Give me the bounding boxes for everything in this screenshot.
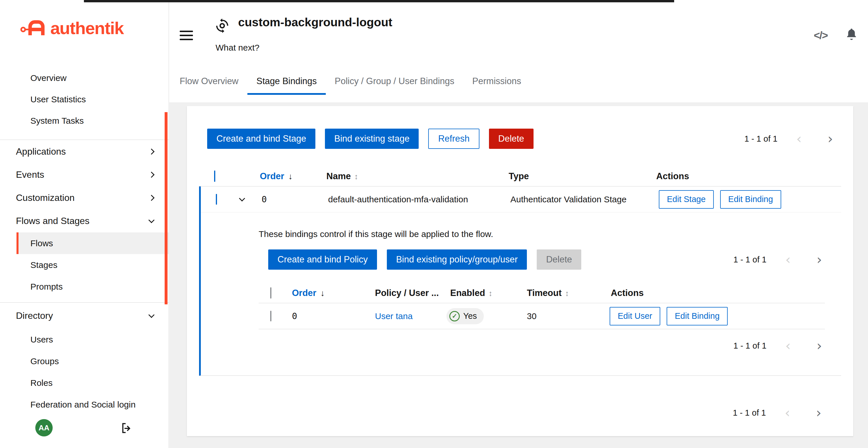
edit-binding-button[interactable]: Edit Binding: [666, 307, 728, 325]
page-header: custom-background-logout What next? </> …: [169, 0, 868, 102]
sidebar-item-groups[interactable]: Groups: [17, 350, 169, 372]
bind-existing-policy-button[interactable]: Bind existing policy/group/user: [387, 249, 527, 270]
avatar[interactable]: AA: [35, 419, 53, 437]
tab-stage-bindings[interactable]: Stage Bindings: [247, 69, 326, 95]
column-header-name[interactable]: Name↕: [319, 171, 501, 181]
pager-range: 1 - 1 of 1: [734, 255, 767, 265]
tab-label: Stage Bindings: [256, 76, 317, 87]
sidebar-item-label: Users: [30, 335, 53, 345]
chevron-right-icon: [148, 195, 155, 201]
tab-bar: Flow Overview Stage Bindings Policy / Gr…: [169, 69, 530, 95]
tab-label: Permissions: [472, 76, 521, 87]
sidebar-item-overview[interactable]: Overview: [0, 67, 169, 89]
delete-button[interactable]: Delete: [489, 129, 533, 149]
tab-policy-group-user-bindings[interactable]: Policy / Group / User Bindings: [326, 69, 464, 95]
sidebar-item-label: Stages: [30, 260, 57, 270]
row-checkbox[interactable]: [270, 311, 271, 321]
sidebar-item-roles[interactable]: Roles: [17, 372, 169, 394]
stage-bindings-card: Create and bind Stage Bind existing stag…: [187, 106, 853, 436]
pager-range: 1 - 1 of 1: [744, 134, 777, 144]
sidebar-item-label: Flows: [30, 238, 53, 248]
sidebar-section-flows-and-stages[interactable]: Flows and Stages: [0, 209, 169, 232]
flow-process-icon: [215, 19, 229, 34]
hamburger-menu-icon[interactable]: [180, 31, 193, 43]
sidebar-item-system-tasks[interactable]: System Tasks: [0, 110, 169, 132]
row-checkbox[interactable]: [216, 194, 217, 205]
row-expander[interactable]: [230, 198, 254, 201]
sidebar-section-label: Customization: [16, 193, 75, 203]
tab-label: Flow Overview: [180, 76, 239, 87]
column-label: Timeout: [527, 288, 562, 298]
api-code-icon[interactable]: </>: [814, 30, 828, 42]
row-actions: Edit Stage Edit Binding: [651, 190, 841, 209]
column-header-enabled[interactable]: Enabled↕: [443, 288, 520, 298]
create-and-bind-policy-button[interactable]: Create and bind Policy: [268, 249, 377, 270]
pager-range: 1 - 1 of 1: [733, 408, 766, 418]
edit-binding-button[interactable]: Edit Binding: [720, 190, 781, 209]
pager-prev-icon[interactable]: ‹: [782, 339, 793, 352]
tab-permissions[interactable]: Permissions: [463, 69, 530, 95]
sort-icon: ↕: [354, 172, 358, 181]
column-label: Order: [292, 288, 316, 298]
table-row[interactable]: 0 default-authentication-mfa-validation …: [201, 186, 841, 212]
edit-user-button[interactable]: Edit User: [610, 307, 660, 325]
window-top-edge: [84, 0, 674, 2]
notifications-bell-icon[interactable]: [845, 28, 858, 42]
expanded-row-wrapper: 0 default-authentication-mfa-validation …: [199, 186, 841, 376]
sidebar-item-label: Prompts: [30, 282, 63, 291]
column-header-actions: Actions: [603, 288, 825, 298]
select-all-checkbox[interactable]: [214, 171, 215, 182]
page-subtitle: What next?: [216, 43, 259, 53]
tab-flow-overview[interactable]: Flow Overview: [171, 69, 247, 95]
logout-icon[interactable]: [120, 421, 133, 436]
sidebar-nav: Overview User Statistics System Tasks Ap…: [0, 67, 169, 415]
edit-stage-button[interactable]: Edit Stage: [659, 190, 714, 209]
pager-next-icon[interactable]: ›: [825, 132, 836, 145]
pager-prev-icon[interactable]: ‹: [782, 406, 793, 419]
column-header-type: Type: [501, 171, 649, 181]
sidebar-section-directory[interactable]: Directory: [0, 303, 169, 329]
sidebar-item-flows[interactable]: Flows: [17, 232, 169, 254]
pager-next-icon[interactable]: ›: [814, 339, 825, 352]
column-label: Actions: [611, 288, 644, 298]
column-label: Enabled: [450, 288, 485, 298]
page-title: custom-background-logout: [238, 15, 392, 29]
column-label: Name: [327, 171, 351, 181]
sidebar-item-user-statistics[interactable]: User Statistics: [0, 89, 169, 110]
column-header-order[interactable]: Order↓: [253, 171, 319, 181]
column-header-timeout[interactable]: Timeout↕: [520, 288, 603, 298]
pager-next-icon[interactable]: ›: [813, 406, 824, 419]
sidebar-item-federation[interactable]: Federation and Social login: [17, 394, 169, 415]
sidebar-section-applications[interactable]: Applications: [0, 140, 169, 163]
brand-logo[interactable]: authentik: [20, 18, 124, 38]
column-header-policy: Policy / User ...: [368, 288, 443, 298]
sidebar-section-events[interactable]: Events: [0, 163, 169, 186]
chevron-right-icon: [148, 148, 155, 154]
row-actions: Edit User Edit Binding: [603, 307, 825, 325]
column-header-order[interactable]: Order↓: [285, 288, 368, 298]
refresh-button[interactable]: Refresh: [428, 129, 479, 149]
select-all-checkbox[interactable]: [270, 287, 271, 299]
create-and-bind-stage-button[interactable]: Create and bind Stage: [207, 129, 315, 149]
row-name: default-authentication-mfa-validation: [321, 195, 503, 204]
pager-next-icon[interactable]: ›: [814, 253, 825, 266]
content-area: Create and bind Stage Bind existing stag…: [169, 102, 868, 448]
policy-delete-button[interactable]: Delete: [537, 249, 581, 270]
sidebar-item-stages[interactable]: Stages: [17, 254, 169, 276]
bind-existing-stage-button[interactable]: Bind existing stage: [325, 129, 418, 149]
column-label: Actions: [656, 171, 689, 181]
policy-bindings-description: These bindings control if this stage wil…: [259, 229, 841, 239]
sidebar-section-customization[interactable]: Customization: [0, 186, 169, 209]
sidebar-item-label: User Statistics: [30, 95, 86, 104]
sidebar-scrollbar[interactable]: [165, 112, 167, 304]
sidebar-item-users[interactable]: Users: [17, 329, 169, 350]
pager-prev-icon[interactable]: ‹: [782, 253, 793, 266]
sidebar-item-prompts[interactable]: Prompts: [17, 276, 169, 298]
policy-bindings-pager-bottom-row: 1 - 1 of 1 ‹ ›: [201, 339, 825, 352]
sidebar-item-label: System Tasks: [30, 116, 84, 126]
main-area: custom-background-logout What next? </> …: [169, 0, 868, 448]
chevron-right-icon: [148, 171, 155, 177]
user-link[interactable]: User tana: [375, 311, 412, 321]
table-row[interactable]: 0 User tana ✓ Yes 30: [259, 303, 825, 329]
pager-prev-icon[interactable]: ‹: [793, 132, 804, 145]
